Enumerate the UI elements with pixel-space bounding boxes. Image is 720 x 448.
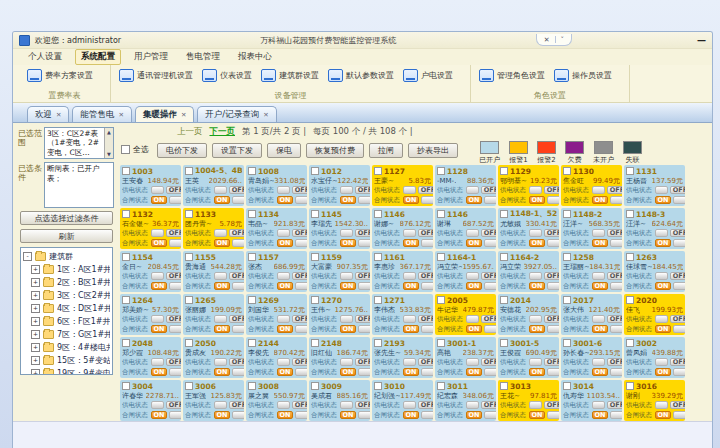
meter-card[interactable]: 1127王豪~5.83元供电状态OFF合闸状态ON [372,165,433,206]
supply-on-slot[interactable] [529,315,542,323]
selected-range-listbox[interactable]: 3区：C区2#表（1#变电，2#变电，C区… ▲ ▼ [44,127,114,159]
switch-on-button[interactable]: ON [403,239,419,247]
supply-on-slot[interactable] [214,272,227,280]
meter-card[interactable]: 3010纪划强~117.49元供电状态OFF合闸状态ON [372,380,433,421]
meter-card[interactable]: 2050贵成友190.22元供电状态OFF合闸状态ON [183,337,244,378]
switch-on-button[interactable]: ON [466,196,482,204]
ribbon-button[interactable]: 费率方案设置 [27,69,93,82]
supply-on-slot[interactable] [403,358,416,366]
supply-off-button[interactable]: OFF [670,186,685,194]
card-checkbox[interactable] [185,167,193,175]
switch-off-slot[interactable] [232,282,244,290]
switch-on-button[interactable]: ON [655,196,671,204]
ribbon-button[interactable]: 操作员设置 [554,69,612,82]
switch-on-button[interactable]: ON [214,368,230,376]
supply-on-slot[interactable] [592,401,605,409]
collapse-icon[interactable]: - [23,252,32,261]
supply-off-button[interactable]: OFF [607,315,622,323]
filter-pick-button[interactable]: 点选选择过滤条件 [20,211,113,225]
supply-on-slot[interactable] [529,186,542,194]
supply-on-slot[interactable] [214,401,227,409]
switch-off-slot[interactable] [169,196,181,204]
meter-card[interactable]: 1004-5、4B—王英2029.66..供电状态OFF合闸状态ON [183,165,244,206]
meter-card[interactable]: 2017张大伟121.40元供电状态OFF合闸状态ON [561,294,622,335]
switch-on-button[interactable]: ON [592,196,608,204]
meter-card[interactable]: 1263佳球雪~184.45元供电状态OFF合闸状态ON [624,251,685,292]
supply-on-slot[interactable] [277,358,290,366]
card-checkbox[interactable] [437,253,445,261]
chevron-down-icon[interactable]: ˅ [561,36,565,44]
meter-card[interactable]: 1008青岛娟~331.08元供电状态OFF合闸状态ON [246,165,307,206]
switch-off-slot[interactable] [232,239,244,247]
meter-card[interactable]: 1269刘国华531.72元供电状态OFF合闸状态ON [246,294,307,335]
expand-icon[interactable]: + [31,265,40,274]
card-checkbox[interactable] [374,339,382,347]
supply-on-slot[interactable] [214,358,227,366]
meter-card[interactable]: 3014仇寿华1103.54..供电状态OFF合闸状态ON [561,380,622,421]
switch-off-slot[interactable] [484,239,496,247]
switch-on-button[interactable]: ON [529,325,545,333]
switch-on-button[interactable]: ON [466,239,482,247]
switch-on-button[interactable]: ON [655,282,671,290]
switch-on-button[interactable]: ON [529,196,545,204]
menu-item-1[interactable]: 个人设置 [23,50,67,64]
supply-off-button[interactable]: OFF [418,186,433,194]
card-checkbox[interactable] [122,339,130,347]
supply-on-slot[interactable] [466,272,479,280]
meter-card[interactable]: 1265张丽娜199.09元供电状态OFF合闸状态ON [183,294,244,335]
supply-off-button[interactable]: OFF [229,358,244,366]
switch-on-button[interactable]: ON [151,368,167,376]
switch-on-button[interactable]: ON [403,368,419,376]
meter-card[interactable]: 2005牛记华479.87元供电状态OFF合闸状态ON [435,294,496,335]
switch-off-slot[interactable] [295,282,307,290]
switch-on-button[interactable]: ON [466,282,482,290]
switch-off-slot[interactable] [232,325,244,333]
switch-off-slot[interactable] [232,196,244,204]
card-checkbox[interactable] [500,167,508,175]
meter-card[interactable]: 1129鄂明基~19.23元供电状态OFF合闸状态ON [498,165,559,206]
switch-off-slot[interactable] [358,196,370,204]
supply-off-button[interactable]: OFF [418,272,433,280]
switch-off-slot[interactable] [421,239,433,247]
meter-card[interactable]: 1148-2汪洋~568.35元供电状态OFF合闸状态ON [561,208,622,249]
switch-on-button[interactable]: ON [529,239,545,247]
switch-off-slot[interactable] [421,368,433,376]
card-checkbox[interactable] [122,253,130,261]
switch-off-slot[interactable] [169,239,181,247]
meter-card[interactable]: 1132石金银~36.37元供电状态OFF合闸状态ON [120,208,181,249]
supply-off-button[interactable]: OFF [292,401,307,409]
card-checkbox[interactable] [563,382,571,390]
ribbon-button[interactable]: 建筑群设置 [261,69,319,82]
switch-off-slot[interactable] [610,239,622,247]
close-icon[interactable]: ✕ [544,36,550,44]
supply-off-button[interactable]: OFF [544,401,559,409]
card-checkbox[interactable] [437,339,445,347]
switch-on-button[interactable]: ON [592,325,608,333]
supply-off-button[interactable]: OFF [607,272,622,280]
supply-on-slot[interactable] [340,186,353,194]
switch-off-slot[interactable] [547,325,559,333]
listbox-scrollbar[interactable]: ▲ ▼ [104,128,113,158]
switch-off-slot[interactable] [169,282,181,290]
switch-on-button[interactable]: ON [151,196,167,204]
supply-on-slot[interactable] [529,272,542,280]
switch-on-button[interactable]: ON [277,196,293,204]
supply-off-button[interactable]: OFF [229,229,244,237]
supply-on-slot[interactable] [592,358,605,366]
meter-card[interactable]: 3004许春华2278.71..供电状态OFF合闸状态ON [120,380,181,421]
switch-off-slot[interactable] [484,368,496,376]
switch-on-button[interactable]: ON [214,196,230,204]
card-checkbox[interactable] [248,296,256,304]
meter-card[interactable]: 3001-1高艳238.37元供电状态OFF合闸状态ON [435,337,496,378]
supply-on-slot[interactable] [403,315,416,323]
meter-card[interactable]: 1131王杨晋137.59元供电状态OFF合闸状态ON [624,165,685,206]
supply-off-button[interactable]: OFF [481,315,496,323]
supply-off-button[interactable]: OFF [544,229,559,237]
supply-on-slot[interactable] [529,358,542,366]
card-checkbox[interactable] [626,210,634,218]
switch-on-button[interactable]: ON [592,282,608,290]
switch-off-slot[interactable] [610,325,622,333]
card-checkbox[interactable] [311,167,319,175]
menu-item-2[interactable]: 系统配置 [75,49,121,65]
tree-node[interactable]: +6区：F区1#井（F区1#… [31,316,110,327]
